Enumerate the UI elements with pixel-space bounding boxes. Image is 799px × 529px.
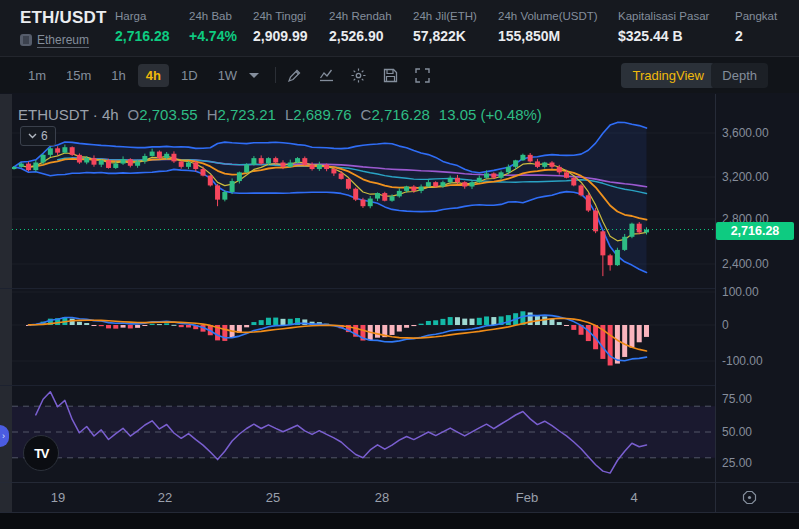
price-axis-border (715, 94, 716, 513)
left-gutter[interactable] (0, 94, 12, 513)
ethereum-icon (20, 34, 32, 46)
time-label: 22 (158, 490, 172, 505)
legend-change: 13.05 (+0.48%) (439, 106, 542, 123)
pane-separator-rsi[interactable] (0, 385, 715, 386)
bottom-bar: Perdagangan Berjangka (0, 513, 799, 529)
price-label: 50.00 (722, 425, 752, 439)
interval-4h[interactable]: 4h (138, 64, 169, 87)
price-label: 3,600.00 (722, 126, 769, 140)
last-price-tag: 2,716.28 (716, 222, 794, 240)
stat-24h-jil-eth-: 24h Jil(ETH)57,822K (413, 10, 477, 44)
chevron-down-icon (28, 133, 37, 139)
time-label: 19 (51, 490, 65, 505)
gear-icon[interactable] (350, 67, 367, 84)
coin-row[interactable]: Ethereum (20, 33, 89, 47)
toolbar-divider (275, 67, 276, 83)
time-label: 25 (266, 490, 280, 505)
depth-tab[interactable]: Depth (711, 63, 768, 88)
ohlc-l: L2,689.76 (285, 106, 352, 123)
time-label: 4 (630, 490, 637, 505)
market-header: ETH/USDT Ethereum Harga2,716.2824h Bab+4… (0, 0, 799, 57)
interval-1W[interactable]: 1W (210, 64, 246, 87)
stat-24h-bab: 24h Bab+4.74% (189, 10, 237, 44)
tradingview-logo[interactable]: TV (23, 435, 59, 471)
time-label: 28 (375, 490, 389, 505)
ohlc-values: O2,703.55H2,723.21L2,689.76C2,716.28 (128, 106, 430, 123)
stat-harga: Harga2,716.28 (115, 10, 170, 44)
interval-switcher: 1m15m1h4h1D1W (20, 64, 245, 87)
pane-separator-macd[interactable] (0, 288, 715, 289)
stat-24h-tinggi: 24h Tinggi2,909.99 (253, 10, 308, 44)
trading-app: { "header": { "pair": "ETH/USDT", "coin_… (0, 0, 799, 529)
tradingview-tab[interactable]: TradingView (621, 63, 715, 88)
edit-icon[interactable] (286, 67, 303, 84)
stat-kapitalisasi-pasar: Kapitalisasi Pasar$325.44 B (618, 10, 709, 44)
price-label: 0 (722, 318, 729, 332)
axis-settings-icon[interactable] (741, 489, 758, 506)
ohlc-h: H2,723.21 (207, 106, 276, 123)
expand-icon[interactable] (414, 67, 431, 84)
interval-15m[interactable]: 15m (58, 64, 99, 87)
stat-24h-rendah: 24h Rendah2,526.90 (329, 10, 392, 44)
ohlc-c: C2,716.28 (361, 106, 430, 123)
price-label: -100.00 (722, 354, 763, 368)
indicator-count: 6 (41, 129, 48, 143)
coin-name-link[interactable]: Ethereum (37, 33, 89, 47)
ohlc-o: O2,703.55 (128, 106, 198, 123)
price-label: 100.00 (722, 285, 759, 299)
stat-24h-volume-usdt-: 24h Volume(USDT)155,850M (498, 10, 598, 44)
price-label: 3,200.00 (722, 170, 769, 184)
ohlc-legend: ETHUSDT · 4h O2,703.55H2,723.21L2,689.76… (18, 106, 542, 123)
stat-pangkat: Pangkat2 (735, 10, 777, 44)
line-chart-icon[interactable] (318, 67, 335, 84)
time-axis-top-border (0, 482, 799, 483)
pair-title: ETH/USDT (20, 8, 107, 28)
legend-symbol: ETHUSDT · 4h (18, 106, 119, 123)
price-label: 75.00 (722, 392, 752, 406)
interval-1h[interactable]: 1h (103, 64, 133, 87)
interval-1D[interactable]: 1D (173, 64, 206, 87)
save-icon[interactable] (382, 67, 399, 84)
chart-toolbar: 1m15m1h4h1D1W TradingView Depth (0, 57, 799, 93)
toolbar-icons (286, 67, 431, 84)
price-label: 25.00 (722, 456, 752, 470)
price-chart-svg[interactable] (12, 94, 715, 513)
chevron-down-icon[interactable] (249, 73, 259, 78)
time-label: Feb (516, 490, 538, 505)
indicators-collapse-chip[interactable]: 6 (20, 126, 56, 146)
interval-1m[interactable]: 1m (20, 64, 54, 87)
price-label: 2,400.00 (722, 257, 769, 271)
